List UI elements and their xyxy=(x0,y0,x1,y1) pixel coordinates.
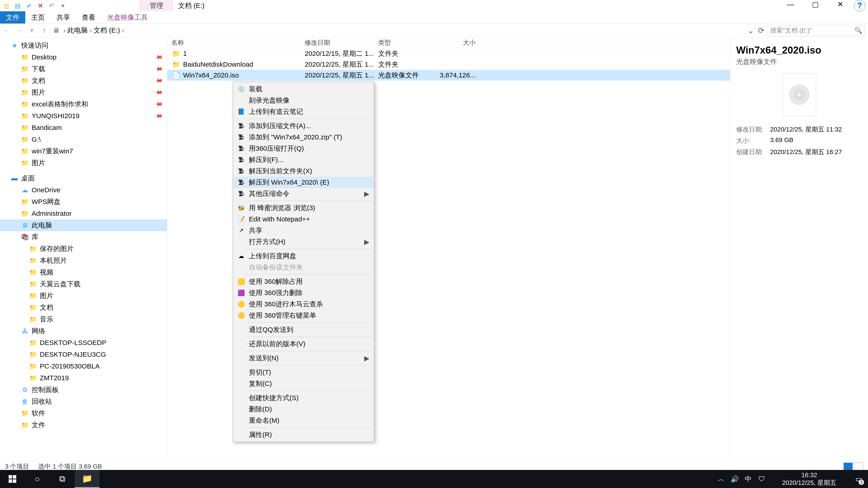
breadcrumb-drive[interactable]: 文档 (E:) xyxy=(94,26,120,35)
context-menu-item[interactable]: 📘上传到有道云笔记 xyxy=(234,106,373,117)
qa-pin-icon[interactable]: ▤ xyxy=(13,1,22,10)
context-menu-item[interactable]: 🗜解压到(F)... xyxy=(234,154,373,165)
close-button[interactable]: ✕ xyxy=(828,0,852,10)
tree-item[interactable]: 📁Bandicam xyxy=(0,122,167,133)
contextual-tab-manage[interactable]: 管理 xyxy=(139,0,174,11)
refresh-button[interactable]: ⟳ xyxy=(756,26,766,35)
chevron-right-icon[interactable]: › xyxy=(63,27,66,34)
view-details-button[interactable] xyxy=(844,463,852,470)
tree-item[interactable]: 📁音乐 xyxy=(0,313,167,325)
nav-forward-button[interactable]: → xyxy=(13,24,25,37)
context-menu-item[interactable]: 剪切(T) xyxy=(234,367,373,378)
qa-checkmark-icon[interactable]: ✔ xyxy=(24,1,33,10)
chevron-right-icon[interactable]: › xyxy=(122,27,124,34)
context-menu-item[interactable]: 💿装载 xyxy=(234,84,373,95)
nav-up-button[interactable]: ↑ xyxy=(38,24,51,37)
context-menu-item[interactable]: 打开方式(H)▶ xyxy=(234,236,373,248)
tree-item[interactable]: 📁下载📌 xyxy=(0,63,167,75)
context-menu-item[interactable]: 创建快捷方式(S) xyxy=(234,392,373,403)
tree-item[interactable]: 📁文档 xyxy=(0,302,167,313)
tree-desktop[interactable]: ▬ 桌面 xyxy=(0,172,167,184)
context-menu-item[interactable]: 发送到(N)▶ xyxy=(234,352,373,364)
col-size[interactable]: 大小 xyxy=(435,38,482,47)
context-menu-item[interactable]: 属性(R) xyxy=(234,429,373,440)
breadcrumb-pc[interactable]: 此电脑 xyxy=(67,26,88,35)
tree-item[interactable]: 📁ZMT2019 xyxy=(0,372,167,384)
tab-file[interactable]: 文件 xyxy=(0,11,25,24)
chevron-right-icon[interactable]: › xyxy=(90,27,92,34)
context-menu-item[interactable]: 🟡使用 360进行木马云查杀 xyxy=(234,298,373,310)
file-row[interactable]: 📁12020/12/15, 星期二 1...文件夹 xyxy=(167,48,730,59)
tree-item[interactable]: ☁OneDrive xyxy=(0,184,167,196)
minimize-button[interactable]: — xyxy=(778,0,803,10)
search-button[interactable]: ○ xyxy=(25,470,50,488)
qa-delete-icon[interactable]: ✕ xyxy=(36,1,45,10)
notification-button[interactable]: ▭ 3 xyxy=(850,470,868,488)
col-type[interactable]: 类型 xyxy=(374,38,435,47)
tree-item[interactable]: 📁win7重装win7 xyxy=(0,145,167,157)
tray-volume-icon[interactable]: 🔊 xyxy=(728,470,741,488)
address-bar[interactable]: 🖥 › 此电脑 › 文档 (E:) › xyxy=(51,26,745,35)
context-menu-item[interactable]: 🗜解压到当前文件夹(X) xyxy=(234,165,373,177)
help-button[interactable]: ? xyxy=(854,0,865,11)
col-name[interactable]: 名称 xyxy=(167,38,301,47)
view-icons-button[interactable] xyxy=(854,463,863,470)
tree-item[interactable]: 📁视频 xyxy=(0,266,167,278)
search-input[interactable]: 搜索"文档 (E:)" 🔍 xyxy=(768,25,865,36)
tree-item[interactable]: 🗑回收站 xyxy=(0,396,167,408)
context-menu-item[interactable]: 🗜解压到 Win7x64_2020\ (E) xyxy=(234,177,373,188)
task-view-button[interactable]: ⧉ xyxy=(50,470,74,488)
tree-item[interactable]: 📁图片 xyxy=(0,157,167,169)
context-menu-item[interactable]: 通过QQ发送到 xyxy=(234,324,373,335)
tab-disc-image-tools[interactable]: 光盘映像工具 xyxy=(101,11,154,24)
tree-item[interactable]: 🖧网络 xyxy=(0,325,167,337)
context-menu-item[interactable]: 🗜添加到 "Win7x64_2020.zip" (T) xyxy=(234,131,373,143)
address-dropdown-icon[interactable]: ⌄ xyxy=(745,26,756,35)
context-menu-item[interactable]: 还原以前的版本(V) xyxy=(234,338,373,350)
tree-item[interactable]: 📁WPS网盘 xyxy=(0,196,167,207)
tree-item[interactable]: 🖥此电脑 xyxy=(0,219,167,231)
explorer-taskbar-button[interactable]: 📁 xyxy=(74,470,99,488)
tab-share[interactable]: 共享 xyxy=(51,11,76,24)
tree-item[interactable]: 📁图片📌 xyxy=(0,87,167,98)
col-date[interactable]: 修改日期 xyxy=(301,38,374,47)
tray-shield-icon[interactable]: 🛡 xyxy=(755,470,769,488)
tree-item[interactable]: 📁软件 xyxy=(0,408,167,419)
tree-item[interactable]: 📁图片 xyxy=(0,290,167,302)
context-menu-item[interactable]: 🗜用360压缩打开(Q) xyxy=(234,143,373,154)
tree-item[interactable]: 📁DESKTOP-NJEU3CG xyxy=(0,349,167,360)
tab-view[interactable]: 查看 xyxy=(76,11,101,24)
nav-history-dropdown[interactable]: ▾ xyxy=(25,24,38,37)
tree-item[interactable]: 📁YUNQISHI2019📌 xyxy=(0,110,167,122)
context-menu-item[interactable]: 🟨使用 360解除占用 xyxy=(234,276,373,287)
context-menu-item[interactable]: 重命名(M) xyxy=(234,415,373,426)
qa-dropdown-icon[interactable]: ▾ xyxy=(58,1,67,10)
context-menu-item[interactable]: 删除(D) xyxy=(234,403,373,415)
context-menu-item[interactable]: ↗共享 xyxy=(234,225,373,236)
tree-item[interactable]: 📚库 xyxy=(0,231,167,243)
tree-item[interactable]: 📁文档📌 xyxy=(0,75,167,87)
context-menu-item[interactable]: 🐝用 蜂蜜浏览器 浏览(3) xyxy=(234,202,373,214)
tree-item[interactable]: 📁excel表格制作求和📌 xyxy=(0,98,167,110)
tree-item[interactable]: 📁Desktop📌 xyxy=(0,51,167,63)
tree-item[interactable]: 📁本机照片 xyxy=(0,255,167,266)
nav-back-button[interactable]: ← xyxy=(0,24,13,37)
navigation-tree[interactable]: ★ 快速访问 📁Desktop📌📁下载📌📁文档📌📁图片📌📁excel表格制作求和… xyxy=(0,37,167,461)
tab-home[interactable]: 主页 xyxy=(25,11,51,24)
file-row[interactable]: 📄Win7x64_2020.iso2020/12/25, 星期五 1...光盘映… xyxy=(167,70,730,80)
maximize-button[interactable]: ▢ xyxy=(803,0,828,10)
context-menu-item[interactable]: 🟡使用 360管理右键菜单 xyxy=(234,310,373,321)
tray-ime-icon[interactable]: 中 xyxy=(741,470,755,488)
context-menu-item[interactable]: ☁上传到百度网盘 xyxy=(234,250,373,262)
context-menu-item[interactable]: 🗜其他压缩命令▶ xyxy=(234,188,373,199)
tree-item[interactable]: 📁DESKTOP-LSSOEDP xyxy=(0,337,167,349)
tree-item[interactable]: 📁PC-20190530OBLA xyxy=(0,360,167,372)
taskbar-clock[interactable]: 16:32 2020/12/25, 星期五 xyxy=(769,471,850,487)
tree-item[interactable]: 📁Administrator xyxy=(0,207,167,219)
tree-item[interactable]: 📁保存的图片 xyxy=(0,243,167,255)
context-menu-item[interactable]: 📝Edit with Notepad++ xyxy=(234,214,373,225)
tree-quick-access[interactable]: ★ 快速访问 xyxy=(0,39,167,51)
tree-item[interactable]: 📁文件 xyxy=(0,419,167,431)
file-row[interactable]: 📁BaiduNetdiskDownload2020/12/25, 星期五 1..… xyxy=(167,59,730,70)
qa-undo-icon[interactable]: ↶ xyxy=(47,1,56,10)
